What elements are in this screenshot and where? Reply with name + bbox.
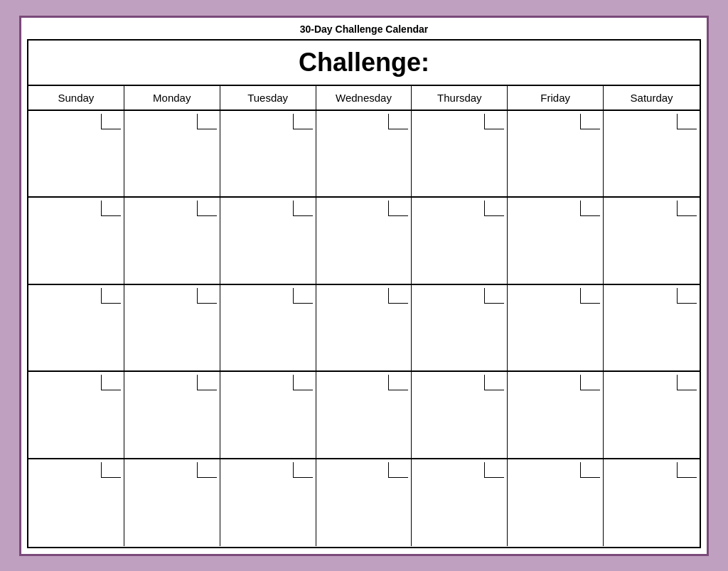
cell-number-r5-c6 bbox=[580, 462, 600, 478]
cell-number-r3-c4 bbox=[388, 288, 408, 304]
cell-r3-c6[interactable] bbox=[508, 285, 604, 371]
day-tuesday: Tuesday bbox=[220, 86, 316, 110]
cell-r3-c2[interactable] bbox=[124, 285, 220, 371]
cell-r3-c5[interactable] bbox=[412, 285, 508, 371]
cell-number-r3-c3 bbox=[293, 288, 313, 304]
cell-number-r3-c2 bbox=[197, 288, 217, 304]
cell-r5-c3[interactable] bbox=[220, 459, 316, 547]
cell-r4-c7[interactable] bbox=[604, 372, 700, 458]
day-sunday: Sunday bbox=[28, 86, 124, 110]
cell-r2-c3[interactable] bbox=[220, 198, 316, 284]
cell-number-r1-c5 bbox=[484, 114, 504, 129]
cell-number-r4-c4 bbox=[388, 375, 408, 390]
cell-r4-c3[interactable] bbox=[220, 372, 316, 458]
cell-r1-c1[interactable] bbox=[28, 111, 124, 197]
cell-number-r2-c7 bbox=[677, 201, 697, 216]
cell-number-r2-c6 bbox=[580, 201, 600, 216]
cell-number-r3-c5 bbox=[484, 288, 504, 304]
cell-number-r1-c2 bbox=[197, 114, 217, 129]
cell-number-r3-c6 bbox=[580, 288, 600, 304]
cell-number-r1-c3 bbox=[293, 114, 313, 129]
cell-number-r4-c3 bbox=[293, 375, 313, 390]
cell-r2-c6[interactable] bbox=[508, 198, 604, 284]
cell-r5-c1[interactable] bbox=[28, 459, 124, 547]
cell-number-r5-c4 bbox=[388, 462, 408, 478]
calendar-row-3 bbox=[28, 285, 700, 373]
challenge-header: Challenge: bbox=[28, 41, 700, 86]
page-title: 30-Day Challenge Calendar bbox=[27, 23, 701, 35]
calendar-row-1 bbox=[28, 111, 700, 198]
cell-number-r2-c5 bbox=[484, 201, 504, 216]
cell-number-r2-c2 bbox=[197, 201, 217, 216]
cell-r5-c4[interactable] bbox=[316, 459, 412, 547]
cell-number-r4-c2 bbox=[197, 375, 217, 390]
day-wednesday: Wednesday bbox=[316, 86, 412, 110]
cell-r2-c4[interactable] bbox=[316, 198, 412, 284]
cell-number-r5-c2 bbox=[197, 462, 217, 478]
day-thursday: Thursday bbox=[412, 86, 508, 110]
cell-r1-c3[interactable] bbox=[220, 111, 316, 197]
days-header: Sunday Monday Tuesday Wednesday Thursday… bbox=[28, 86, 700, 111]
cell-r5-c5[interactable] bbox=[412, 459, 508, 547]
cell-number-r4-c7 bbox=[677, 375, 697, 390]
cell-number-r1-c1 bbox=[101, 114, 121, 129]
cell-r5-c2[interactable] bbox=[124, 459, 220, 547]
cell-r1-c7[interactable] bbox=[604, 111, 700, 197]
cell-r4-c6[interactable] bbox=[508, 372, 604, 458]
calendar-row-2 bbox=[28, 198, 700, 285]
cell-number-r3-c1 bbox=[101, 288, 121, 304]
cell-number-r4-c6 bbox=[580, 375, 600, 390]
cell-r2-c2[interactable] bbox=[124, 198, 220, 284]
cell-number-r1-c4 bbox=[388, 114, 408, 129]
cell-r1-c6[interactable] bbox=[508, 111, 604, 197]
cell-number-r5-c3 bbox=[293, 462, 313, 478]
cell-r2-c7[interactable] bbox=[604, 198, 700, 284]
cell-r4-c4[interactable] bbox=[316, 372, 412, 458]
day-friday: Friday bbox=[508, 86, 604, 110]
cell-r5-c6[interactable] bbox=[508, 459, 604, 547]
cell-number-r1-c6 bbox=[580, 114, 600, 129]
cell-number-r5-c5 bbox=[484, 462, 504, 478]
cell-number-r2-c3 bbox=[293, 201, 313, 216]
day-saturday: Saturday bbox=[604, 86, 700, 110]
cell-r1-c2[interactable] bbox=[124, 111, 220, 197]
cell-r5-c7[interactable] bbox=[604, 459, 700, 547]
cell-number-r2-c4 bbox=[388, 201, 408, 216]
cell-r4-c5[interactable] bbox=[412, 372, 508, 458]
cell-number-r4-c1 bbox=[101, 375, 121, 390]
cell-number-r3-c7 bbox=[677, 288, 697, 304]
cell-number-r2-c1 bbox=[101, 201, 121, 216]
calendar-container: Challenge: Sunday Monday Tuesday Wednesd… bbox=[27, 39, 701, 548]
calendar-row-4 bbox=[28, 372, 700, 459]
cell-r2-c1[interactable] bbox=[28, 198, 124, 284]
cell-r1-c5[interactable] bbox=[412, 111, 508, 197]
cell-r1-c4[interactable] bbox=[316, 111, 412, 197]
cell-number-r4-c5 bbox=[484, 375, 504, 390]
calendar-grid bbox=[28, 111, 700, 547]
cell-r3-c4[interactable] bbox=[316, 285, 412, 371]
day-monday: Monday bbox=[124, 86, 220, 110]
cell-number-r5-c7 bbox=[677, 462, 697, 478]
cell-number-r5-c1 bbox=[101, 462, 121, 478]
cell-r4-c1[interactable] bbox=[28, 372, 124, 458]
cell-r3-c7[interactable] bbox=[604, 285, 700, 371]
cell-r3-c1[interactable] bbox=[28, 285, 124, 371]
cell-r3-c3[interactable] bbox=[220, 285, 316, 371]
cell-number-r1-c7 bbox=[677, 114, 697, 129]
page-wrapper: 30-Day Challenge Calendar Challenge: Sun… bbox=[19, 16, 709, 556]
cell-r4-c2[interactable] bbox=[124, 372, 220, 458]
cell-r2-c5[interactable] bbox=[412, 198, 508, 284]
calendar-row-5 bbox=[28, 459, 700, 547]
